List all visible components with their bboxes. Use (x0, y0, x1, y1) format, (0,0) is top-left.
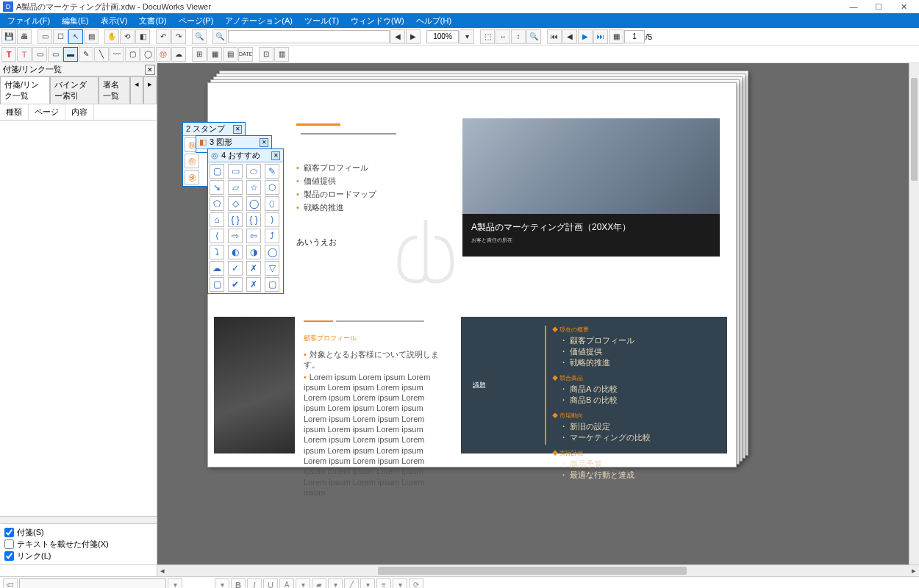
shape-cell[interactable]: ✔ (228, 277, 243, 292)
check-fusen[interactable]: 付箋(S) (4, 527, 152, 538)
bold-icon[interactable]: B (231, 578, 246, 589)
stamp-icon[interactable]: ㊞ (156, 47, 171, 62)
menu-edit[interactable]: 編集(E) (56, 14, 95, 28)
horizontal-scrollbar[interactable]: ◂ ▸ (157, 565, 919, 576)
menu-help[interactable]: ヘルプ(H) (410, 14, 457, 28)
sidebar-close-icon[interactable]: ✕ (145, 65, 155, 75)
shape-cell[interactable]: ▢ (210, 164, 224, 179)
underline-icon[interactable]: U (263, 578, 278, 589)
page-input[interactable] (624, 30, 645, 43)
shape-cell[interactable]: ⌂ (210, 212, 224, 227)
fontcolor-icon[interactable]: A (279, 578, 294, 589)
zoom-input[interactable] (426, 30, 459, 43)
document-canvas[interactable]: 顧客プロフィール 価値提供 製品のロードマップ 戦略的推進 あいうえお A製品の… (157, 63, 919, 564)
scroll-right-icon[interactable]: ▸ (909, 566, 919, 576)
tab-binder[interactable]: バインダー索引 (50, 76, 99, 104)
menu-tool[interactable]: ツール(T) (298, 14, 345, 28)
shape-cell[interactable]: ⬡ (265, 180, 279, 195)
stamp-cell[interactable]: ㊞ (185, 154, 199, 168)
shape-cell[interactable]: ⟨ (210, 229, 224, 243)
col-page[interactable]: ページ (29, 104, 65, 120)
polyline-icon[interactable]: 〰 (110, 47, 124, 62)
pen-icon[interactable]: ✎ (79, 47, 93, 62)
first-page-icon[interactable]: ⏮ (547, 29, 562, 44)
line-drop-icon[interactable]: ▾ (360, 578, 375, 589)
weight-icon[interactable]: ≡ (376, 578, 391, 589)
last-page-icon[interactable]: ⏭ (593, 29, 608, 44)
fmt-tag-icon[interactable]: 🏷 (3, 578, 18, 589)
shape-cell[interactable]: ✗ (246, 277, 261, 292)
shape-cell[interactable]: ▭ (228, 164, 243, 179)
close-icon[interactable]: ✕ (233, 125, 242, 134)
shape-cell[interactable]: ⬯ (265, 196, 279, 211)
minimize-button[interactable]: — (841, 0, 866, 13)
italic-icon[interactable]: I (247, 578, 262, 589)
tab-scroll-left[interactable]: ◂ (130, 76, 143, 104)
shape-cell[interactable]: ✎ (265, 164, 279, 179)
shape-cell[interactable]: ▢ (210, 277, 224, 292)
tool-c[interactable]: ▤ (84, 29, 99, 44)
shape-cell[interactable]: ▢ (265, 277, 279, 292)
tab-fusen[interactable]: 付箋/リンク一覧 (0, 76, 50, 104)
close-button[interactable]: ✕ (891, 0, 916, 13)
note2-icon[interactable]: ▭ (48, 47, 62, 62)
fontsize-dropdown-icon[interactable]: ▾ (215, 578, 229, 589)
shape-cell[interactable]: ◇ (228, 196, 243, 211)
next-page-icon[interactable]: ▶ (578, 29, 593, 44)
shape-cell[interactable]: ☁ (210, 261, 224, 276)
rect-icon[interactable]: ▢ (125, 47, 140, 62)
save-icon[interactable]: 💾 (1, 29, 16, 44)
ellipse-icon[interactable]: ◯ (140, 47, 155, 62)
shape-cell[interactable]: ◐ (228, 245, 243, 259)
stamp-cell[interactable]: ㊝ (185, 170, 199, 184)
shape-cell[interactable]: ▱ (228, 180, 243, 195)
menu-file[interactable]: ファイル(F) (1, 14, 56, 28)
shape-cell[interactable]: ⬠ (210, 196, 224, 211)
undo-icon[interactable]: ↶ (156, 29, 171, 44)
fontcolor-drop-icon[interactable]: ▾ (296, 578, 310, 589)
menu-window[interactable]: ウィンドウ(W) (345, 14, 410, 28)
shape-cell[interactable]: ▽ (265, 261, 279, 276)
search-prev-icon[interactable]: ◀ (390, 29, 405, 44)
shape-cell[interactable]: ⟩ (265, 212, 279, 227)
x1-icon[interactable]: ⊞ (192, 47, 207, 62)
pointer-icon[interactable]: ↖ (68, 29, 83, 44)
palette-recommend[interactable]: ◎4 おすすめ✕ ▢▭⬭✎↘▱☆⬡⬠◇◯⬯⌂{ }{ }⟩⟨⇨⇦⤴⤵◐◑◯☁✓✗… (207, 148, 284, 294)
zoom-width-icon[interactable]: ↔ (496, 29, 510, 44)
close-icon[interactable]: ✕ (271, 151, 280, 160)
shape-cell[interactable]: ⤵ (210, 245, 224, 259)
check-textfusen[interactable]: テキストを載せた付箋(X) (4, 539, 152, 550)
zoom-fit-icon[interactable]: ⬚ (480, 29, 495, 44)
redo-icon[interactable]: ↷ (171, 29, 186, 44)
x3-icon[interactable]: ▤ (223, 47, 237, 62)
vertical-scrollbar[interactable] (909, 63, 919, 564)
sidebar-hscroll[interactable] (0, 516, 157, 523)
hand-icon[interactable]: ✋ (104, 29, 119, 44)
zoom-height-icon[interactable]: ↕ (511, 29, 526, 44)
tool-b[interactable]: ☐ (53, 29, 68, 44)
search-icon[interactable]: 🔍 (212, 29, 227, 44)
date-icon[interactable]: DATE (238, 47, 253, 62)
shape-cell[interactable]: ⬭ (246, 164, 261, 179)
col-type[interactable]: 種類 (0, 104, 29, 120)
font-dropdown-icon[interactable]: ▾ (168, 578, 182, 589)
tab-scroll-right[interactable]: ▸ (143, 76, 157, 104)
shape-cell[interactable]: ◑ (246, 245, 261, 259)
page-view-icon[interactable]: ▦ (609, 29, 623, 44)
line-icon[interactable]: ╱ (344, 578, 359, 589)
menu-page[interactable]: ページ(P) (173, 14, 220, 28)
shape-cell[interactable]: ⇨ (228, 229, 243, 243)
shape-cell[interactable]: { } (228, 212, 243, 227)
prev-page-icon[interactable]: ◀ (562, 29, 577, 44)
tab-sign[interactable]: 署名一覧 (99, 76, 130, 104)
col-content[interactable]: 内容 (65, 104, 94, 120)
shape-cell[interactable]: { } (246, 212, 261, 227)
highlight-icon[interactable]: ▬ (63, 47, 78, 62)
tool-d[interactable]: ◧ (135, 29, 150, 44)
shape-cell[interactable]: ⇦ (246, 229, 261, 243)
font-combo[interactable] (19, 578, 166, 589)
x5-icon[interactable]: ▥ (274, 47, 289, 62)
zoom-magnify-icon[interactable]: 🔍 (526, 29, 541, 44)
fill-icon[interactable]: ▰ (312, 578, 326, 589)
search-next-icon[interactable]: ▶ (406, 29, 421, 44)
